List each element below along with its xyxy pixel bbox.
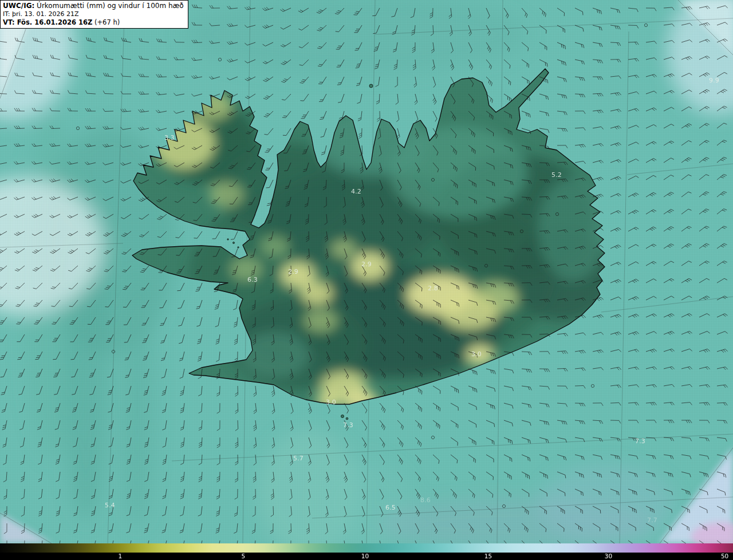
weather-map-app: 3.34.25.29.96.32.92.92.83.03.07.35.75.46… [0,0,733,560]
init-time-line: IT: þri. 13. 01. 2026 21Z [3,10,184,18]
iceland-precip-wind-map [0,0,733,543]
colorbar-tick-30: 30 [605,553,612,560]
valid-time-text: VT: Fös. 16.01.2026 16Z [3,18,92,26]
colorbar-tick-5: 5 [242,553,246,560]
map-title-line: UWC/IG: Úrkomumætti (mm) og vindur í 100… [3,2,184,10]
model-name: UWC/IG: [3,2,34,10]
valid-offset-text: (+67 h) [92,18,120,26]
map-title-box: UWC/IG: Úrkomumætti (mm) og vindur í 100… [0,0,188,29]
map-title-text: Úrkomumætti (mm) og vindur í 100m hæð [34,2,183,10]
map-area: 3.34.25.29.96.32.92.92.83.03.07.35.75.46… [0,0,733,543]
colorbar-tick-1: 1 [119,553,123,560]
colorbar-tick-50: 50 [721,553,728,560]
colorbar-tick-labels: 1510153050 [0,553,733,560]
colorbar-tick-15: 15 [484,553,492,560]
precip-colorbar: 1510153050 [0,543,733,560]
colorbar-tick-10: 10 [361,553,369,560]
valid-time-line: VT: Fös. 16.01.2026 16Z (+67 h) [3,18,184,26]
colorbar-gradient [0,543,733,553]
